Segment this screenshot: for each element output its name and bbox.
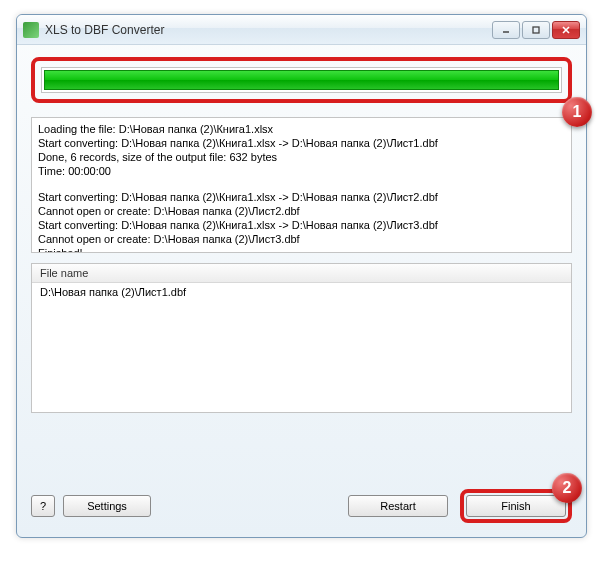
log-line: Loading the file: D:\Новая папка (2)\Кни…	[38, 122, 565, 136]
log-line: Finished!	[38, 246, 565, 253]
progress-callout	[31, 57, 572, 103]
maximize-button[interactable]	[522, 21, 550, 39]
log-line: Time: 00:00:00	[38, 164, 565, 178]
log-line: Start converting: D:\Новая папка (2)\Кни…	[38, 218, 565, 232]
button-row: ? Settings Restart Finish	[31, 489, 572, 523]
help-button[interactable]: ?	[31, 495, 55, 517]
minimize-button[interactable]	[492, 21, 520, 39]
file-list-header[interactable]: File name	[32, 264, 571, 283]
log-output[interactable]: Loading the file: D:\Новая папка (2)\Кни…	[31, 117, 572, 253]
app-window: XLS to DBF Converter 1 Loading the file:…	[16, 14, 587, 538]
file-list[interactable]: File name D:\Новая папка (2)\Лист1.dbf	[31, 263, 572, 413]
close-button[interactable]	[552, 21, 580, 39]
client-area: 1 Loading the file: D:\Новая папка (2)\К…	[17, 45, 586, 537]
window-title: XLS to DBF Converter	[45, 23, 492, 37]
settings-button[interactable]: Settings	[63, 495, 151, 517]
log-blank	[38, 178, 565, 190]
window-controls	[492, 21, 580, 39]
finish-button[interactable]: Finish	[466, 495, 566, 517]
annotation-badge-2: 2	[552, 473, 582, 503]
svg-rect-1	[533, 27, 539, 33]
log-line: Start converting: D:\Новая папка (2)\Кни…	[38, 190, 565, 204]
log-line: Done, 6 records, size of the output file…	[38, 150, 565, 164]
app-icon	[23, 22, 39, 38]
log-line: Cannot open or create: D:\Новая папка (2…	[38, 232, 565, 246]
restart-button[interactable]: Restart	[348, 495, 448, 517]
titlebar[interactable]: XLS to DBF Converter	[17, 15, 586, 45]
progress-bar	[41, 67, 562, 93]
annotation-badge-1: 1	[562, 97, 592, 127]
progress-fill	[44, 70, 559, 90]
file-list-row[interactable]: D:\Новая папка (2)\Лист1.dbf	[32, 283, 571, 301]
log-line: Cannot open or create: D:\Новая папка (2…	[38, 204, 565, 218]
log-line: Start converting: D:\Новая папка (2)\Кни…	[38, 136, 565, 150]
